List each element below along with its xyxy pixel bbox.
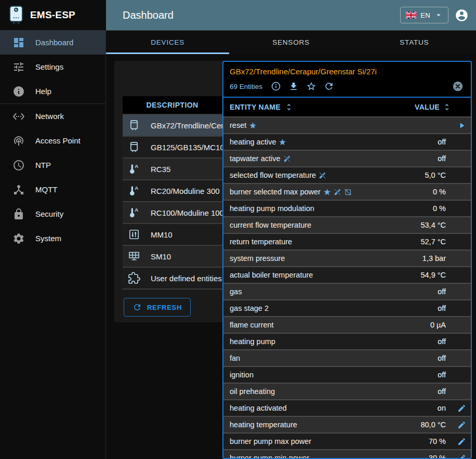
entity-row[interactable]: ignition off xyxy=(223,366,471,383)
entity-table-header: ENTITY NAME VALUE xyxy=(223,98,471,116)
column-entity-name[interactable]: ENTITY NAME xyxy=(230,103,415,111)
device-row[interactable]: RC100/Moduline 1000 xyxy=(123,201,230,223)
entity-row[interactable]: heating activated on xyxy=(223,399,471,416)
entity-name: heating active xyxy=(230,138,438,146)
entity-name: flame current xyxy=(230,321,430,329)
device-name: SM10 xyxy=(151,252,171,261)
star-outline-icon[interactable] xyxy=(306,81,316,91)
sidebar-item-system[interactable]: System xyxy=(0,226,105,251)
sidebar-item-settings[interactable]: Settings xyxy=(0,55,105,79)
tab-sensors[interactable]: SENSORS xyxy=(229,31,352,54)
entity-row[interactable]: heating pump off xyxy=(223,333,471,349)
close-icon[interactable] xyxy=(452,81,464,92)
entity-row[interactable]: oil preheating off xyxy=(223,383,471,399)
edit-value-icon[interactable] xyxy=(457,421,466,429)
app-name: EMS-ESP xyxy=(30,9,75,21)
entity-row[interactable]: fan off xyxy=(223,349,471,366)
sidebar-item-security[interactable]: Security xyxy=(0,202,105,226)
tab-status[interactable]: STATUS xyxy=(353,31,476,54)
device-row[interactable]: User defined entities xyxy=(123,267,230,288)
entity-name: heating pump xyxy=(230,337,438,346)
device-name: GB125/GB135/MC10 xyxy=(151,143,224,152)
info-filled-icon xyxy=(12,85,25,98)
devices-header-label: DESCRIPTION xyxy=(146,101,198,109)
entity-row[interactable]: return temperature 52,7 °C xyxy=(223,233,471,250)
entity-row[interactable]: reset xyxy=(223,116,471,133)
entity-name: heating pump modulation xyxy=(230,204,433,213)
device-row[interactable]: GB125/GB135/MC10 xyxy=(123,136,230,158)
entity-row[interactable]: current flow temperature 53,4 °C xyxy=(223,216,471,233)
entity-row[interactable]: heating active off xyxy=(223,133,471,150)
entity-value: off xyxy=(438,154,452,163)
entity-value: 54,9 °C xyxy=(420,271,452,279)
sidebar: Dashboard Settings Help Network Access P… xyxy=(0,30,106,459)
sidebar-item-ntp[interactable]: NTP xyxy=(0,153,105,177)
sidebar-item-label: Settings xyxy=(35,62,63,71)
entity-action-cell xyxy=(452,404,471,413)
devices-card: DESCRIPTION GBx72/Trendline/Cerapur/Gree… xyxy=(114,61,230,322)
device-row[interactable]: GBx72/Trendline/Cerapur/Greenstar Si/27i xyxy=(123,114,230,136)
tab-devices[interactable]: DEVICES xyxy=(106,31,229,54)
entity-row[interactable]: system pressure 1,3 bar xyxy=(223,250,471,266)
entity-name: ignition xyxy=(230,371,438,379)
refresh-button[interactable]: REFRESH xyxy=(124,298,191,317)
entity-row[interactable]: flame current 0 µA xyxy=(223,316,471,333)
execute-command-icon[interactable] xyxy=(457,121,466,130)
device-name: MM10 xyxy=(151,230,173,239)
entity-panel-header: GBx72/Trendline/Cerapur/Greenstar Si/27i… xyxy=(223,62,471,98)
refresh-icon[interactable] xyxy=(324,81,334,91)
entity-row[interactable]: tapwater active off xyxy=(223,150,471,166)
entity-value: 0 µA xyxy=(430,321,452,329)
entity-value: 30 % xyxy=(429,454,452,459)
entity-row[interactable]: burner pump min power 30 % xyxy=(223,449,471,459)
device-row[interactable]: RC20/Moduline 300 xyxy=(123,179,230,201)
entity-row[interactable]: heating pump modulation 0 % xyxy=(223,200,471,216)
appbar: Dashboard EN xyxy=(106,0,476,30)
entity-value: off xyxy=(438,371,452,379)
sidebar-item-help[interactable]: Help xyxy=(0,79,105,103)
entity-row[interactable]: selected flow temperature 5,0 °C xyxy=(223,166,471,183)
favorite-star-icon xyxy=(323,188,331,196)
entity-value: 53,4 °C xyxy=(420,221,452,229)
download-icon[interactable] xyxy=(288,81,299,91)
edit-value-icon[interactable] xyxy=(457,437,466,446)
entity-name: tapwater active xyxy=(230,154,438,163)
sidebar-item-access-point[interactable]: Access Point xyxy=(0,128,105,153)
dashboard-icon xyxy=(12,36,25,49)
entity-row[interactable]: gas stage 2 off xyxy=(223,299,471,316)
refresh-icon xyxy=(133,303,142,312)
ethernet-icon xyxy=(12,110,25,123)
device-row[interactable]: RC35 xyxy=(123,158,230,179)
entity-name: reset xyxy=(230,121,446,129)
entity-row[interactable]: burner pump max power 70 % xyxy=(223,432,471,449)
edit-value-icon[interactable] xyxy=(457,404,466,413)
sidebar-item-mqtt[interactable]: MQTT xyxy=(0,177,105,202)
device-row[interactable]: SM10 xyxy=(123,245,230,267)
entity-row[interactable]: burner selected max power 0 % xyxy=(223,183,471,200)
language-selector[interactable]: EN xyxy=(400,7,448,23)
thermostat-auto-icon xyxy=(128,163,140,175)
device-name: User defined entities xyxy=(151,274,222,283)
entity-row[interactable]: gas off xyxy=(223,283,471,299)
entity-row[interactable]: heating temperature 80,0 °C xyxy=(223,416,471,432)
device-name: RC100/Moduline 1000 xyxy=(151,208,228,217)
entity-value: 0 % xyxy=(433,188,452,196)
entity-row[interactable]: actual boiler temperature 54,9 °C xyxy=(223,266,471,283)
entity-value: 70 % xyxy=(429,437,452,445)
sidebar-item-dashboard[interactable]: Dashboard xyxy=(0,30,105,55)
devices-table-header[interactable]: DESCRIPTION xyxy=(123,96,222,114)
info-outline-icon[interactable] xyxy=(271,81,281,91)
entity-value: 1,3 bar xyxy=(422,254,452,263)
lock-icon xyxy=(12,208,25,220)
sidebar-item-network[interactable]: Network xyxy=(0,104,105,128)
gear-icon xyxy=(12,232,25,245)
entity-value: off xyxy=(438,287,452,296)
entity-value: 80,0 °C xyxy=(420,421,452,429)
device-row[interactable]: MM10 xyxy=(123,223,230,245)
account-circle-icon[interactable] xyxy=(455,8,469,22)
entity-value: off xyxy=(438,337,452,346)
entity-name: gas stage 2 xyxy=(230,304,438,312)
column-value[interactable]: VALUE xyxy=(415,103,455,111)
entity-panel: GBx72/Trendline/Cerapur/Greenstar Si/27i… xyxy=(222,61,472,459)
edit-value-icon[interactable] xyxy=(457,454,466,459)
